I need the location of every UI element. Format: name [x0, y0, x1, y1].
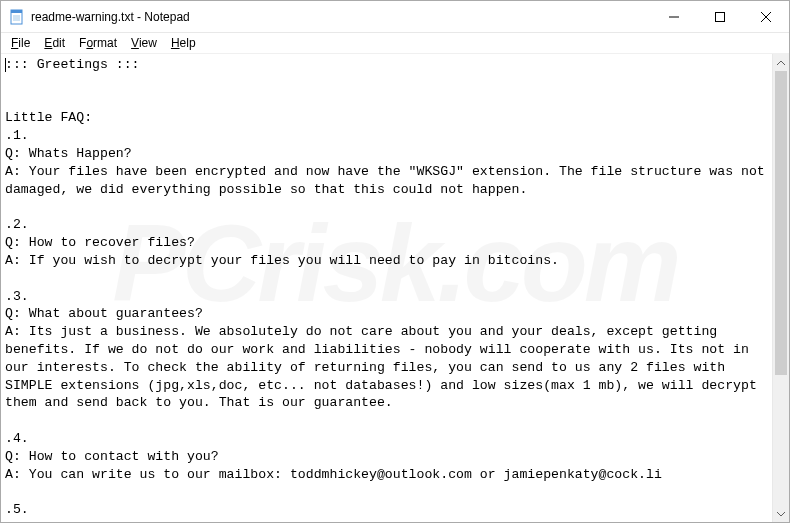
window-title: readme-warning.txt - Notepad	[31, 10, 190, 24]
close-icon	[761, 12, 771, 22]
vertical-scrollbar[interactable]	[772, 54, 789, 522]
menu-help[interactable]: Help	[165, 35, 202, 51]
line-s4-q: Q: How to contact with you?	[5, 449, 219, 464]
line-s4-num: .4.	[5, 431, 29, 446]
minimize-button[interactable]	[651, 1, 697, 32]
menu-format[interactable]: Format	[73, 35, 123, 51]
menu-view[interactable]: View	[125, 35, 163, 51]
line-s1-q: Q: Whats Happen?	[5, 146, 132, 161]
text-content[interactable]: ::: Greetings ::: Little FAQ: .1. Q: Wha…	[1, 54, 772, 522]
menu-edit[interactable]: Edit	[38, 35, 71, 51]
menubar: File Edit Format View Help	[1, 33, 789, 53]
scroll-track[interactable]	[773, 71, 789, 505]
line-s4-a: A: You can write us to our mailbox: todd…	[5, 467, 662, 482]
maximize-button[interactable]	[697, 1, 743, 32]
line-s3-q: Q: What about guarantees?	[5, 306, 203, 321]
menu-file[interactable]: File	[5, 35, 36, 51]
line-s5-num: .5.	[5, 502, 29, 517]
titlebar: readme-warning.txt - Notepad	[1, 1, 789, 33]
line-s1-a: A: Your files have been encrypted and no…	[5, 164, 772, 197]
line-s3-num: .3.	[5, 289, 29, 304]
line-s3-a: A: Its just a business. We absolutely do…	[5, 324, 765, 410]
svg-rect-6	[716, 12, 725, 21]
content-area: ::: Greetings ::: Little FAQ: .1. Q: Wha…	[1, 53, 789, 522]
close-button[interactable]	[743, 1, 789, 32]
chevron-up-icon	[777, 61, 785, 65]
line-faq-heading: Little FAQ:	[5, 110, 92, 125]
scroll-up-arrow[interactable]	[773, 54, 789, 71]
minimize-icon	[669, 12, 679, 22]
scroll-down-arrow[interactable]	[773, 505, 789, 522]
titlebar-left: readme-warning.txt - Notepad	[1, 9, 190, 25]
window-controls	[651, 1, 789, 32]
line-s5-q: Q: How will the decryption process proce…	[5, 520, 456, 522]
line-s1-num: .1.	[5, 128, 29, 143]
maximize-icon	[715, 12, 725, 22]
notepad-icon	[9, 9, 25, 25]
scroll-thumb[interactable]	[775, 71, 787, 375]
line-s2-q: Q: How to recover files?	[5, 235, 195, 250]
line-s2-num: .2.	[5, 217, 29, 232]
svg-rect-1	[11, 10, 22, 13]
notepad-window: PCrisk.com readme-warning.txt - Notepad	[0, 0, 790, 523]
line-greeting: ::: Greetings :::	[5, 57, 140, 72]
line-s2-a: A: If you wish to decrypt your files you…	[5, 253, 559, 268]
chevron-down-icon	[777, 512, 785, 516]
